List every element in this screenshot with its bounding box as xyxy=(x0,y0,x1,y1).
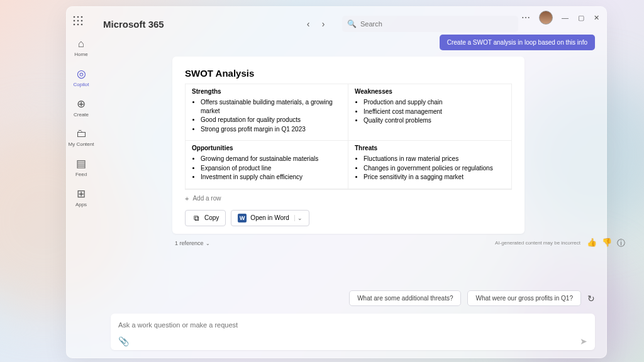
ai-disclaimer: AI-generated content may be incorrect xyxy=(495,240,580,246)
folder-icon: 🗀 xyxy=(76,128,87,140)
svg-point-4 xyxy=(77,20,79,22)
sidebar-item-home[interactable]: ⌂ Home xyxy=(68,36,94,59)
suggestion-chip[interactable]: What are some additional threats? xyxy=(349,290,461,306)
svg-point-7 xyxy=(77,24,79,26)
search-box[interactable]: 🔍 xyxy=(342,16,518,32)
swot-table: Strengths Offers sustainable building ma… xyxy=(185,84,512,190)
copilot-icon: ◎ xyxy=(77,67,86,80)
search-icon: 🔍 xyxy=(347,19,357,28)
svg-point-0 xyxy=(74,16,75,18)
svg-point-2 xyxy=(81,16,83,18)
swot-opportunities-cell: Opportunities Growing demand for sustain… xyxy=(186,141,348,189)
info-icon[interactable]: ⓘ xyxy=(617,238,625,249)
swot-weaknesses-cell: Weaknesses Production and supply chain I… xyxy=(348,84,511,141)
references-toggle[interactable]: 1 reference⌄ xyxy=(175,240,210,246)
svg-point-6 xyxy=(74,24,75,26)
refresh-suggestions-icon[interactable]: ↻ xyxy=(587,293,595,304)
add-row-button[interactable]: + Add a row xyxy=(185,195,512,202)
brand-title: Microsoft 365 xyxy=(103,19,164,30)
sidebar-item-feed[interactable]: ▤ Feed xyxy=(68,155,94,179)
nav-forward-icon[interactable]: › xyxy=(317,18,330,30)
thumbs-up-icon[interactable]: 👍 xyxy=(587,238,597,249)
maximize-icon[interactable]: ▢ xyxy=(577,14,584,21)
svg-point-8 xyxy=(81,24,83,26)
attach-icon[interactable]: 📎 xyxy=(118,336,129,346)
minimize-icon[interactable]: — xyxy=(562,14,569,21)
svg-point-5 xyxy=(81,20,83,22)
svg-point-3 xyxy=(74,20,75,22)
avatar[interactable] xyxy=(539,11,553,25)
more-menu-icon[interactable]: ⋯ xyxy=(521,13,530,23)
sidebar-item-apps[interactable]: ⊞ Apps xyxy=(68,185,94,209)
sidebar-item-copilot[interactable]: ◎ Copilot xyxy=(68,65,94,89)
card-title: SWOT Analysis xyxy=(185,68,512,79)
chevron-down-icon[interactable]: ⌄ xyxy=(294,215,303,221)
send-icon[interactable]: ➤ xyxy=(580,336,587,346)
nav-back-icon[interactable]: ‹ xyxy=(302,18,314,30)
feed-icon: ▤ xyxy=(76,157,86,170)
plus-icon: + xyxy=(185,195,189,202)
thumbs-down-icon[interactable]: 👎 xyxy=(602,238,612,249)
chevron-down-icon: ⌄ xyxy=(206,241,210,246)
close-icon[interactable]: ✕ xyxy=(593,14,600,21)
sidebar-item-create[interactable]: ⊕ Create xyxy=(68,96,94,119)
open-in-word-button[interactable]: W Open in Word ⌄ xyxy=(231,210,309,226)
suggestion-chip[interactable]: What were our gross profits in Q1? xyxy=(467,290,581,306)
word-icon: W xyxy=(238,214,247,222)
swot-strengths-cell: Strengths Offers sustainable building ma… xyxy=(186,84,348,141)
home-icon: ⌂ xyxy=(78,38,84,50)
swot-threats-cell: Threats Fluctuations in raw material pri… xyxy=(348,141,511,189)
response-card: SWOT Analysis Strengths Offers sustainab… xyxy=(172,57,525,234)
copy-icon: ⧉ xyxy=(192,214,201,222)
app-window: ⋯ — ▢ ✕ Microsoft 365 ‹ › 🔍 ⌂ Home ◎ Cop… xyxy=(66,6,607,358)
app-launcher-icon[interactable] xyxy=(73,16,83,28)
search-input[interactable] xyxy=(360,20,513,28)
sidebar-item-mycontent[interactable]: 🗀 My Content xyxy=(68,126,94,149)
copy-button[interactable]: ⧉ Copy xyxy=(185,210,226,226)
compose-box[interactable]: 📎 ➤ xyxy=(111,314,595,350)
create-icon: ⊕ xyxy=(77,97,86,111)
svg-point-1 xyxy=(77,16,79,18)
compose-input[interactable] xyxy=(118,321,587,329)
user-message-bubble: Create a SWOT analysis in loop based on … xyxy=(440,35,595,50)
apps-icon: ⊞ xyxy=(77,187,86,200)
